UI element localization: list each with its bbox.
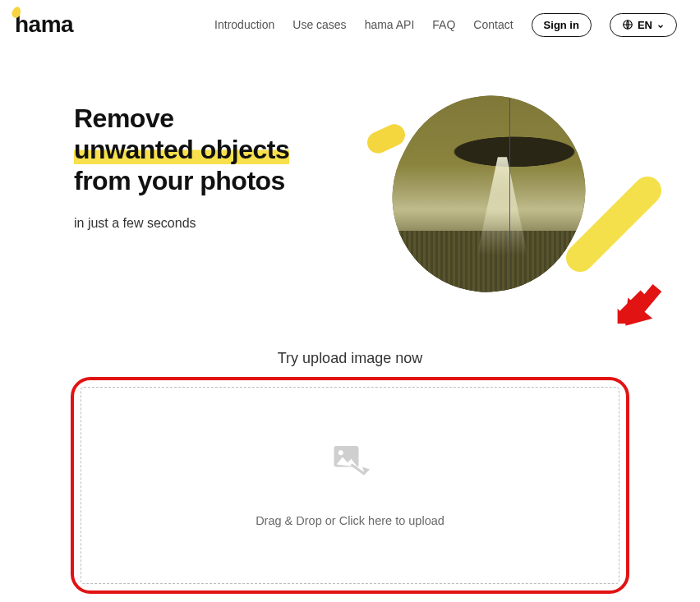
upload-dropzone[interactable]: Drag & Drop or Click here to upload bbox=[81, 387, 619, 584]
hero-line-3: from your photos bbox=[74, 166, 285, 195]
hero-illustration bbox=[345, 103, 667, 309]
brand-logo[interactable]: hama bbox=[15, 11, 73, 38]
svg-point-2 bbox=[338, 450, 343, 455]
language-selector[interactable]: EN bbox=[610, 13, 677, 37]
upload-dropzone-text: Drag & Drop or Click here to upload bbox=[256, 514, 444, 527]
image-upload-icon bbox=[330, 443, 370, 480]
hero-section: Remove unwanted objects from your photos… bbox=[0, 44, 700, 309]
nav-introduction[interactable]: Introduction bbox=[214, 18, 274, 31]
nav-faq[interactable]: FAQ bbox=[432, 18, 455, 31]
hero-subtext: in just a few seconds bbox=[74, 216, 345, 231]
chevron-down-icon bbox=[656, 21, 665, 29]
accent-pill-small bbox=[364, 121, 408, 157]
nav-hama-api[interactable]: hama API bbox=[365, 18, 415, 31]
nav-contact[interactable]: Contact bbox=[473, 18, 513, 31]
hero-line-1: Remove bbox=[74, 103, 174, 133]
upload-section: Try upload image now Drag & Drop or Clic… bbox=[0, 350, 700, 602]
annotation-highlight-box: Drag & Drop or Click here to upload bbox=[71, 377, 629, 594]
sign-in-button[interactable]: Sign in bbox=[532, 13, 592, 37]
hero-heading: Remove unwanted objects from your photos bbox=[74, 103, 345, 196]
primary-nav: Introduction Use cases hama API FAQ Cont… bbox=[214, 13, 677, 37]
demo-image bbox=[359, 62, 619, 325]
svg-marker-5 bbox=[618, 309, 633, 324]
nav-use-cases[interactable]: Use cases bbox=[292, 18, 346, 31]
site-header: hama Introduction Use cases hama API FAQ… bbox=[0, 0, 700, 44]
brand-name: hama bbox=[15, 11, 73, 37]
globe-icon bbox=[622, 19, 633, 30]
sign-in-label: Sign in bbox=[544, 19, 579, 31]
upload-prompt: Try upload image now bbox=[0, 350, 700, 367]
hero-line-2: unwanted objects bbox=[74, 135, 289, 164]
language-label: EN bbox=[638, 19, 652, 31]
hero-copy: Remove unwanted objects from your photos… bbox=[74, 103, 345, 309]
